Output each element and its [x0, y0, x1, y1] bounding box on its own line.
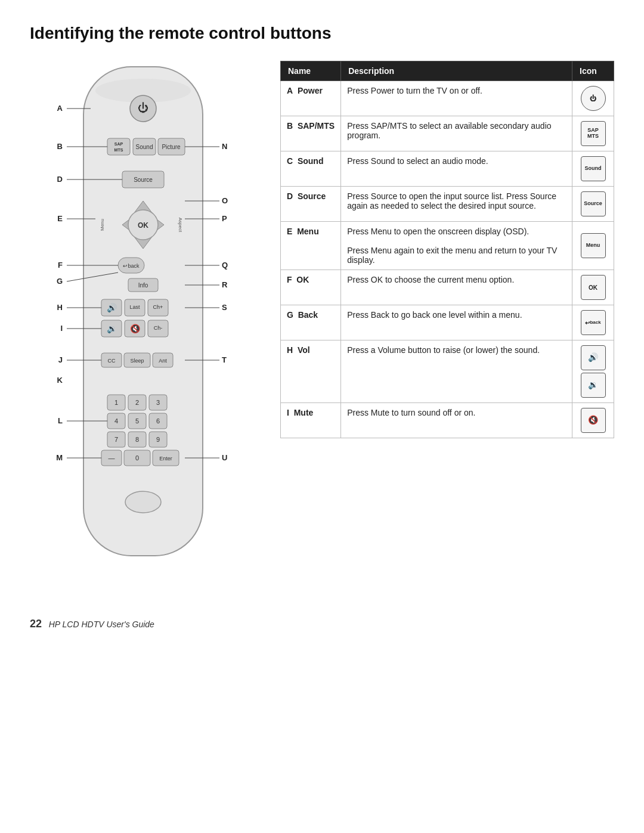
table-row: H Vol Press a Volume button to raise (or…	[281, 340, 614, 403]
svg-rect-4	[107, 138, 130, 155]
row-icon: Sound	[572, 151, 614, 187]
svg-text:J: J	[58, 355, 63, 364]
row-name: H Vol	[281, 340, 341, 403]
svg-text:Menu: Menu	[100, 219, 105, 231]
svg-text:Ch+: Ch+	[153, 304, 163, 310]
row-description: Press OK to choose the current menu opti…	[341, 270, 572, 305]
svg-text:D: D	[57, 175, 63, 184]
svg-text:🔇: 🔇	[130, 324, 141, 334]
row-icon: 🔇	[572, 403, 614, 438]
svg-text:Last: Last	[129, 304, 140, 310]
svg-text:⏻: ⏻	[138, 102, 148, 114]
ok-icon: OK	[581, 275, 606, 300]
sap-mts-icon: SAPMTS	[581, 121, 606, 146]
table-row: A Power Press Power to turn the TV on or…	[281, 81, 614, 116]
row-description: Press a Volume button to raise (or lower…	[341, 340, 572, 403]
svg-text:E: E	[57, 214, 63, 223]
row-name: F OK	[281, 270, 341, 305]
button-reference-table: Name Description Icon A Power Press Powe…	[280, 61, 614, 438]
row-icon: SAPMTS	[572, 116, 614, 151]
svg-text:↩back: ↩back	[123, 263, 140, 269]
svg-text:Sound: Sound	[136, 144, 153, 150]
svg-text:S: S	[222, 303, 227, 312]
footer: 22 HP LCD HDTV User's Guide	[30, 618, 614, 630]
svg-text:G: G	[57, 277, 63, 286]
power-icon: ⏻	[581, 86, 606, 111]
svg-text:H: H	[57, 303, 63, 312]
svg-text:—: —	[109, 454, 115, 462]
svg-text:0: 0	[135, 454, 139, 462]
svg-text:CC: CC	[108, 358, 116, 364]
svg-text:8: 8	[135, 436, 139, 443]
table-row: D Source Press Source to open the input …	[281, 187, 614, 222]
svg-text:Q: Q	[222, 261, 228, 270]
svg-text:O: O	[222, 196, 228, 205]
back-icon: ↩back	[581, 310, 606, 335]
mute-icon: 🔇	[581, 408, 606, 433]
row-description: Press Source to open the input source li…	[341, 187, 572, 222]
svg-text:B: B	[57, 142, 63, 151]
svg-text:K: K	[57, 376, 63, 385]
remote-control-svg: ⏻ SAP MTS Sound Picture Source OK	[30, 61, 256, 597]
svg-text:L: L	[58, 416, 63, 425]
svg-text:M: M	[56, 453, 63, 462]
svg-text:Source: Source	[134, 176, 153, 183]
table-header-description: Description	[341, 61, 572, 81]
main-layout: ⏻ SAP MTS Sound Picture Source OK	[30, 61, 614, 600]
row-description: Press Sound to select an audio mode.	[341, 151, 572, 187]
table-row: E Menu Press Menu to open the onscreen d…	[281, 222, 614, 270]
row-icon: Menu	[572, 222, 614, 270]
row-name: A Power	[281, 81, 341, 116]
table-row: I Mute Press Mute to turn sound off or o…	[281, 403, 614, 438]
svg-text:Sleep: Sleep	[130, 358, 144, 364]
description-table: Name Description Icon A Power Press Powe…	[280, 61, 614, 438]
row-name: E Menu	[281, 222, 341, 270]
row-name: B SAP/MTS	[281, 116, 341, 151]
row-description: Press Back to go back one level within a…	[341, 305, 572, 340]
svg-text:P: P	[222, 214, 227, 223]
row-description: Press SAP/MTS to select an available sec…	[341, 116, 572, 151]
svg-text:SAP: SAP	[114, 142, 123, 146]
table-header-icon: Icon	[572, 61, 614, 81]
footer-guide-title: HP LCD HDTV User's Guide	[49, 620, 154, 629]
svg-text:9: 9	[156, 436, 160, 443]
svg-point-68	[125, 491, 161, 513]
svg-text:N: N	[222, 142, 227, 151]
svg-text:2: 2	[135, 399, 139, 406]
svg-text:MTS: MTS	[114, 148, 123, 152]
svg-text:1: 1	[114, 399, 118, 406]
svg-text:U: U	[222, 453, 227, 462]
table-row: B SAP/MTS Press SAP/MTS to select an ava…	[281, 116, 614, 151]
menu-icon: Menu	[581, 233, 606, 258]
svg-text:F: F	[58, 261, 63, 270]
row-icon: ↩back	[572, 305, 614, 340]
svg-text:7: 7	[114, 436, 118, 443]
row-icon: ⏻	[572, 81, 614, 116]
row-name: I Mute	[281, 403, 341, 438]
svg-text:Info: Info	[138, 282, 148, 289]
svg-text:Enter: Enter	[159, 456, 172, 462]
svg-text:5: 5	[135, 417, 139, 425]
row-description: Press Power to turn the TV on or off.	[341, 81, 572, 116]
remote-control-area: ⏻ SAP MTS Sound Picture Source OK	[30, 61, 256, 600]
row-icon: 🔊 🔉	[572, 340, 614, 403]
row-description: Press Menu to open the onscreen display …	[341, 222, 572, 270]
svg-text:Picture: Picture	[162, 144, 181, 150]
sound-icon: Sound	[581, 156, 606, 181]
footer-page-number: 22	[30, 618, 42, 630]
svg-text:3: 3	[156, 399, 160, 406]
row-name: C Sound	[281, 151, 341, 187]
source-icon: Source	[581, 191, 606, 216]
row-description: Press Mute to turn sound off or on.	[341, 403, 572, 438]
svg-text:🔊: 🔊	[107, 303, 117, 313]
svg-text:🔉: 🔉	[107, 324, 117, 334]
svg-text:R: R	[222, 280, 228, 289]
svg-text:Aspect: Aspect	[178, 218, 183, 233]
svg-text:4: 4	[114, 417, 118, 425]
volume-down-icon: 🔉	[581, 373, 606, 398]
svg-text:T: T	[222, 355, 227, 364]
svg-text:A: A	[57, 104, 63, 113]
volume-up-icon: 🔊	[581, 345, 606, 370]
table-header-name: Name	[281, 61, 341, 81]
page-title: Identifying the remote control buttons	[30, 24, 614, 43]
